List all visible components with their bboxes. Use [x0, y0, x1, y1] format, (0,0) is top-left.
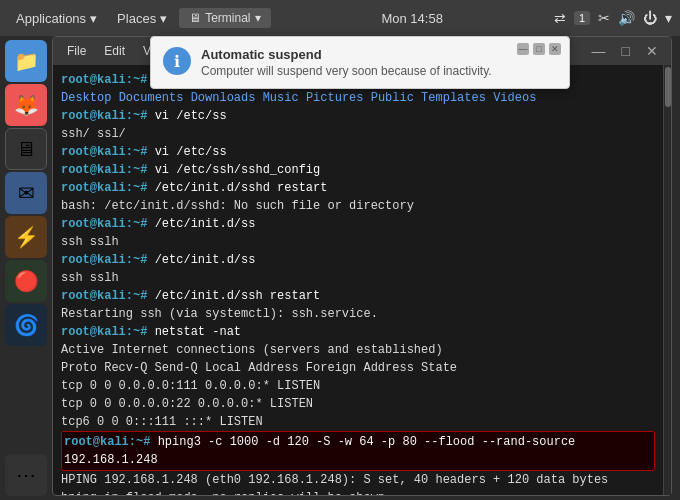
terminal-line-19: tcp 0 0 0.0.0.0:22 0.0.0.0:* LISTEN: [61, 395, 655, 413]
taskbar-right: ⇄ 1 ✂ 🔊 ⏻ ▾: [554, 10, 672, 26]
applications-menu[interactable]: Applications ▾: [8, 7, 105, 30]
desktop: 📁 🦊 🖥 ✉ ⚡ 🔴 🌀 ⋯ File Edit View — □ ✕ roo…: [0, 36, 680, 500]
dir-templates: Templates: [421, 91, 486, 105]
screenshot-icon: ✂: [598, 10, 610, 26]
terminal-menu-edit[interactable]: Edit: [98, 42, 131, 60]
suspend-title: Automatic suspend: [201, 47, 492, 62]
dock-item-app5[interactable]: 🔴: [5, 260, 47, 302]
terminal-line-13: root@kali:~# /etc/init.d/ssh restart: [61, 287, 655, 305]
dir-downloads: Downloads: [191, 91, 256, 105]
prompt-1: root@kali:~#: [61, 73, 147, 87]
terminal-tab-label: Terminal: [205, 11, 250, 25]
suspend-notification-icon: ℹ: [163, 47, 191, 75]
suspend-description: Computer will suspend very soon because …: [201, 64, 492, 78]
terminal-close-btn[interactable]: ✕: [641, 41, 663, 61]
terminal-line-10: ssh sslh: [61, 233, 655, 251]
suspend-close-btn[interactable]: ✕: [549, 43, 561, 55]
terminal-tab-icon: 🖥: [189, 11, 201, 25]
taskbar-center: Mon 14:58: [275, 11, 550, 26]
dock-item-files[interactable]: 📁: [5, 40, 47, 82]
network-icon: ⇄: [554, 10, 566, 26]
taskbar: Applications ▾ Places ▾ 🖥 Terminal ▾ Mon…: [0, 0, 680, 36]
dock-item-app4[interactable]: ⚡: [5, 216, 47, 258]
suspend-icon-symbol: ℹ: [174, 52, 180, 71]
terminal-line-2: Desktop Documents Downloads Music Pictur…: [61, 89, 655, 107]
terminal-line-20: tcp6 0 0 0:::111 :::* LISTEN: [61, 413, 655, 431]
places-chevron: ▾: [160, 11, 167, 26]
terminal-maximize-btn[interactable]: □: [617, 41, 635, 61]
dock-item-mail[interactable]: ✉: [5, 172, 47, 214]
terminal-line-22: HPING 192.168.1.248 (eth0 192.168.1.248)…: [61, 471, 655, 489]
terminal-line-3: root@kali:~# vi /etc/ss: [61, 107, 655, 125]
dir-music: Music: [263, 91, 299, 105]
terminal-menu-file[interactable]: File: [61, 42, 92, 60]
terminal-line-21: root@kali:~# hping3 -c 1000 -d 120 -S -w…: [61, 431, 655, 471]
suspend-minimize-btn[interactable]: —: [517, 43, 529, 55]
dock: 📁 🦊 🖥 ✉ ⚡ 🔴 🌀 ⋯: [0, 36, 52, 500]
terminal-line-7: root@kali:~# /etc/init.d/sshd restart: [61, 179, 655, 197]
suspend-maximize-btn[interactable]: □: [533, 43, 545, 55]
dir-videos: Videos: [493, 91, 536, 105]
terminal-window: File Edit View — □ ✕ root@kali:~# ls Des…: [52, 36, 672, 496]
taskbar-time: Mon 14:58: [381, 11, 442, 26]
terminal-line-8: bash: /etc/init.d/sshd: No such file or …: [61, 197, 655, 215]
suspend-text-area: Automatic suspend Computer will suspend …: [201, 47, 492, 78]
terminal-line-14: Restarting ssh (via systemctl): ssh.serv…: [61, 305, 655, 323]
places-menu[interactable]: Places ▾: [109, 7, 175, 30]
applications-chevron: ▾: [90, 11, 97, 26]
dir-desktop: Desktop: [61, 91, 111, 105]
dir-documents: Documents: [119, 91, 184, 105]
dock-item-app6[interactable]: 🌀: [5, 304, 47, 346]
terminal-line-11: root@kali:~# /etc/init.d/ss: [61, 251, 655, 269]
terminal-inner: root@kali:~# ls Desktop Documents Downlo…: [53, 65, 671, 495]
terminal-scrollbar[interactable]: [663, 65, 671, 495]
terminal-line-17: Proto Recv-Q Send-Q Local Address Foreig…: [61, 359, 655, 377]
terminal-body[interactable]: root@kali:~# ls Desktop Documents Downlo…: [53, 65, 663, 495]
dir-public: Public: [371, 91, 414, 105]
terminal-line-12: ssh sslh: [61, 269, 655, 287]
dock-item-firefox[interactable]: 🦊: [5, 84, 47, 126]
terminal-line-6: root@kali:~# vi /etc/ssh/sshd_config: [61, 161, 655, 179]
applications-label: Applications: [16, 11, 86, 26]
terminal-tab[interactable]: 🖥 Terminal ▾: [179, 8, 270, 28]
chevron-down-icon: ▾: [665, 10, 672, 26]
terminal-line-16: Active Internet connections (servers and…: [61, 341, 655, 359]
terminal-line-23: hping in flood mode, no replies will be …: [61, 489, 655, 495]
terminal-scrollbar-thumb[interactable]: [665, 67, 671, 107]
terminal-line-5: root@kali:~# vi /etc/ss: [61, 143, 655, 161]
terminal-line-18: tcp 0 0 0.0.0.0:111 0.0.0.0:* LISTEN: [61, 377, 655, 395]
dir-pictures: Pictures: [306, 91, 364, 105]
power-icon: ⏻: [643, 10, 657, 26]
dock-item-grid[interactable]: ⋯: [5, 454, 47, 496]
terminal-line-9: root@kali:~# /etc/init.d/ss: [61, 215, 655, 233]
terminal-tab-chevron: ▾: [255, 11, 261, 25]
volume-icon: 🔊: [618, 10, 635, 26]
places-label: Places: [117, 11, 156, 26]
terminal-minimize-btn[interactable]: —: [587, 41, 611, 61]
workspace-badge[interactable]: 1: [574, 11, 590, 25]
terminal-line-15: root@kali:~# netstat -nat: [61, 323, 655, 341]
dock-item-terminal[interactable]: 🖥: [5, 128, 47, 170]
terminal-line-4: ssh/ ssl/: [61, 125, 655, 143]
suspend-window-controls: — □ ✕: [517, 43, 561, 55]
suspend-popup: ℹ Automatic suspend Computer will suspen…: [150, 36, 570, 89]
